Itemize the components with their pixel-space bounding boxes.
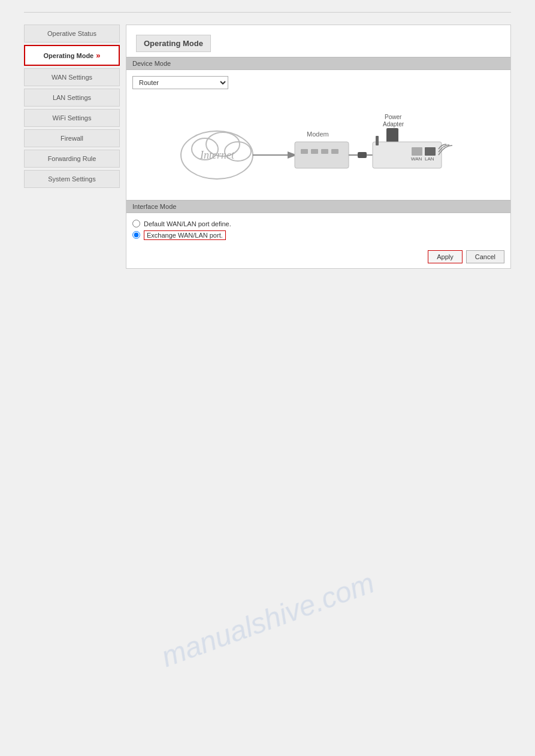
sidebar-item-operative-status[interactable]: Operative Status [24,25,120,42]
interface-mode-section: Default WAN/LAN port define. Exchange WA… [126,213,510,245]
sidebar-item-firewall[interactable]: Firewall [24,129,120,147]
svg-rect-24 [376,136,379,145]
main-content: Operating Mode Device Mode RouterAccess … [126,25,511,269]
device-mode-header: Device Mode [126,57,510,70]
interface-mode-header: Interface Mode [126,200,510,213]
router-diagram: Internet Modem [172,101,466,194]
main-layout: Operative StatusOperating Mode»WAN Setti… [24,25,511,269]
radio-default-label: Default WAN/LAN port define. [144,220,231,227]
sidebar-item-label: Operating Mode [44,52,94,59]
svg-rect-20 [412,147,422,156]
page-wrapper: Operative StatusOperating Mode»WAN Setti… [0,0,535,756]
svg-text:Power: Power [385,114,402,120]
svg-rect-7 [295,142,349,168]
sidebar: Operative StatusOperating Mode»WAN Setti… [24,25,120,269]
radio-exchange-label: Exchange WAN/LAN port. [144,232,226,239]
svg-rect-14 [358,152,367,158]
svg-text:Adapter: Adapter [383,121,404,127]
diagram-area: Internet Modem [126,95,510,200]
svg-rect-10 [311,149,318,154]
svg-rect-9 [301,149,308,154]
radio-exchange-label-highlight: Exchange WAN/LAN port. [144,230,226,240]
sidebar-item-operating-mode[interactable]: Operating Mode» [24,45,120,66]
apply-button[interactable]: Apply [428,250,463,263]
device-mode-select[interactable]: RouterAccess PointRepeaterWISP [132,76,228,89]
footer-buttons: Apply Cancel [126,245,510,268]
radio-row-exchange: Exchange WAN/LAN port. [132,229,504,241]
svg-text:Internet: Internet [200,149,235,161]
radio-default[interactable] [132,220,140,227]
chevron-right-icon: » [96,51,100,60]
sidebar-item-system-settings[interactable]: System Settings [24,170,120,188]
radio-exchange[interactable] [132,231,140,239]
sidebar-item-wan-settings[interactable]: WAN Settings [24,68,120,86]
svg-rect-11 [321,149,328,154]
svg-text:LAN: LAN [425,156,434,162]
sidebar-item-wifi-settings[interactable]: WiFi Settings [24,109,120,127]
radio-row-default: Default WAN/LAN port define. [132,218,504,229]
sidebar-item-forwarding-rule[interactable]: Forwarding Rule [24,150,120,168]
page-title: Operating Mode [136,35,211,52]
svg-text:WAN: WAN [411,156,422,162]
sidebar-item-lan-settings[interactable]: LAN Settings [24,89,120,107]
svg-text:Modem: Modem [307,130,329,138]
svg-rect-22 [425,147,436,156]
top-divider [24,12,511,13]
device-mode-section: RouterAccess PointRepeaterWISP [126,70,510,95]
cancel-button[interactable]: Cancel [466,250,504,263]
svg-rect-12 [331,149,338,154]
